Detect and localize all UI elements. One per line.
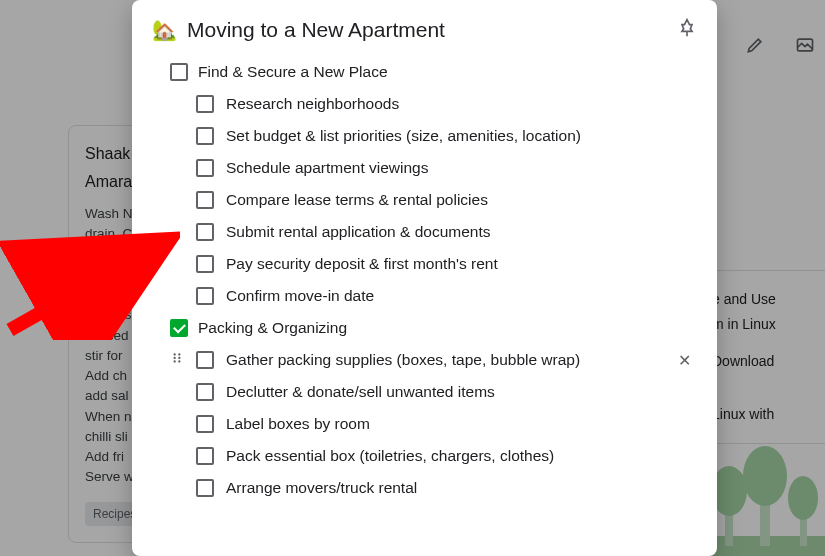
svg-point-14 <box>178 360 180 362</box>
delete-item-icon[interactable]: ✕ <box>678 351 691 370</box>
item-checkbox[interactable] <box>196 479 214 497</box>
note-modal: 🏡 Moving to a New Apartment Find & Secur… <box>132 0 717 556</box>
checklist-item: Pack essential box (toiletries, chargers… <box>152 440 697 472</box>
item-checkbox[interactable] <box>196 95 214 113</box>
item-checkbox[interactable] <box>196 447 214 465</box>
item-label[interactable]: Gather packing supplies (boxes, tape, bu… <box>226 351 580 369</box>
checklist-item-hover: Gather packing supplies (boxes, tape, bu… <box>152 344 697 376</box>
item-label[interactable]: Pack essential box (toiletries, chargers… <box>226 447 554 465</box>
svg-point-12 <box>178 357 180 359</box>
item-checkbox[interactable] <box>196 351 214 369</box>
pin-icon[interactable] <box>677 18 697 42</box>
svg-point-13 <box>174 360 176 362</box>
house-icon: 🏡 <box>152 18 177 42</box>
checklist-item: Pay security deposit & first month's ren… <box>152 248 697 280</box>
svg-point-11 <box>174 357 176 359</box>
checklist-item: Arrange movers/truck rental <box>152 472 697 504</box>
item-label[interactable]: Declutter & donate/sell unwanted items <box>226 383 495 401</box>
modal-header: 🏡 Moving to a New Apartment <box>152 18 697 42</box>
section-checkbox[interactable] <box>170 63 188 81</box>
item-label[interactable]: Research neighborhoods <box>226 95 399 113</box>
section-label[interactable]: Packing & Organizing <box>198 319 347 337</box>
modal-title[interactable]: Moving to a New Apartment <box>187 18 445 42</box>
item-label[interactable]: Pay security deposit & first month's ren… <box>226 255 498 273</box>
checklist-item: Declutter & donate/sell unwanted items <box>152 376 697 408</box>
item-checkbox[interactable] <box>196 223 214 241</box>
svg-point-10 <box>178 353 180 355</box>
checklist-item: Label boxes by room <box>152 408 697 440</box>
checklist-item: Set budget & list priorities (size, amen… <box>152 120 697 152</box>
item-label[interactable]: Compare lease terms & rental policies <box>226 191 488 209</box>
item-label[interactable]: Set budget & list priorities (size, amen… <box>226 127 581 145</box>
item-label[interactable]: Schedule apartment viewings <box>226 159 428 177</box>
item-checkbox[interactable] <box>196 159 214 177</box>
item-label[interactable]: Label boxes by room <box>226 415 370 433</box>
modal-title-wrap: 🏡 Moving to a New Apartment <box>152 18 445 42</box>
checklist-item: Confirm move-in date <box>152 280 697 312</box>
item-label[interactable]: Submit rental application & documents <box>226 223 491 241</box>
checklist-item: Compare lease terms & rental policies <box>152 184 697 216</box>
svg-point-9 <box>174 353 176 355</box>
section-label[interactable]: Find & Secure a New Place <box>198 63 388 81</box>
item-label[interactable]: Arrange movers/truck rental <box>226 479 417 497</box>
section-find-secure: Find & Secure a New Place <box>152 56 697 88</box>
item-label[interactable]: Confirm move-in date <box>226 287 374 305</box>
item-checkbox[interactable] <box>196 191 214 209</box>
item-checkbox[interactable] <box>196 383 214 401</box>
checklist-item: Research neighborhoods <box>152 88 697 120</box>
item-checkbox[interactable] <box>196 255 214 273</box>
item-checkbox[interactable] <box>196 287 214 305</box>
checklist-item: Submit rental application & documents <box>152 216 697 248</box>
item-checkbox[interactable] <box>196 415 214 433</box>
item-checkbox[interactable] <box>196 127 214 145</box>
section-packing: Packing & Organizing <box>152 312 697 344</box>
checklist-item: Schedule apartment viewings <box>152 152 697 184</box>
drag-handle-icon[interactable] <box>170 351 184 369</box>
